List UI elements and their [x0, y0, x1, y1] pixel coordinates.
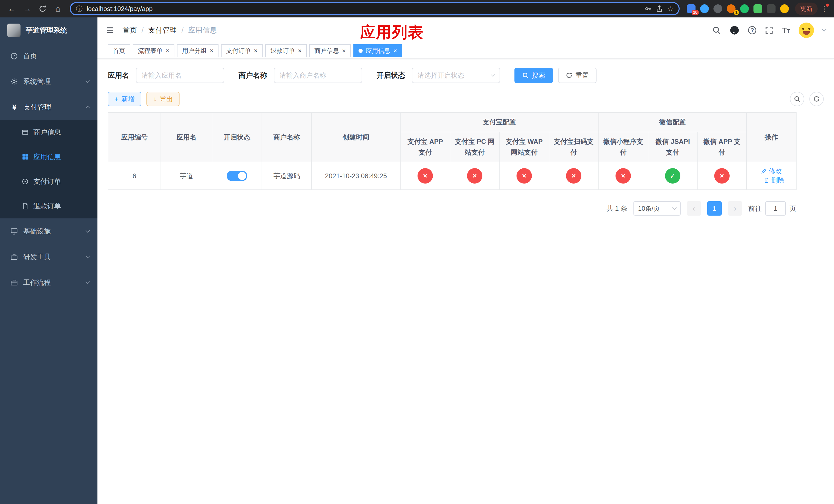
goto-page-input[interactable]: [765, 201, 786, 215]
font-size-icon[interactable]: TT: [782, 26, 790, 34]
navbar: 首页 / 支付管理 / 应用信息 应用列表: [97, 18, 834, 43]
edit-button[interactable]: 修改: [761, 167, 782, 176]
current-page-button[interactable]: 1: [707, 201, 722, 215]
col-header-alipay-app: 支付宝 APP 支付: [400, 132, 450, 162]
merchant-name-input[interactable]: [274, 68, 362, 83]
goto-page: 前往 页: [748, 201, 796, 215]
sidebar-item-system[interactable]: 系统管理: [0, 69, 97, 94]
refresh-icon: [566, 72, 572, 79]
chrome-update-button[interactable]: 更新: [795, 3, 818, 15]
status-select[interactable]: 请选择开启状态: [412, 68, 500, 83]
gear-icon: [10, 78, 18, 85]
bookmark-star-icon[interactable]: ☆: [667, 5, 674, 13]
share-icon[interactable]: [656, 5, 663, 12]
avatar-caret-icon[interactable]: [822, 27, 827, 31]
sidebar-item-pay-order[interactable]: 支付订单: [0, 169, 97, 194]
close-icon[interactable]: ×: [342, 48, 346, 54]
filter-merchant-name: 商户名称: [239, 68, 362, 83]
refresh-table-button[interactable]: [809, 92, 824, 106]
sidebar-item-app-info[interactable]: 应用信息: [0, 144, 97, 169]
next-page-button[interactable]: ›: [728, 201, 742, 215]
total-count: 共 1 条: [607, 204, 627, 213]
close-icon[interactable]: ×: [393, 48, 397, 54]
status-toggle[interactable]: [227, 171, 247, 181]
fullscreen-icon[interactable]: [765, 26, 773, 35]
forward-icon[interactable]: →: [21, 2, 34, 15]
show-search-button[interactable]: [790, 92, 804, 106]
filter-form: 应用名 商户名称 开启状态 请选择开启状态: [108, 68, 824, 83]
sidebar-toggle-icon[interactable]: [106, 26, 114, 35]
extension-icon[interactable]: [700, 4, 709, 13]
sidebar-item-merchant-info[interactable]: 商户信息: [0, 120, 97, 144]
export-button[interactable]: ↓ 导出: [147, 92, 179, 106]
extension-icon[interactable]: [714, 4, 722, 13]
sidebar-item-refund-order[interactable]: 退款订单: [0, 194, 97, 219]
close-icon[interactable]: ×: [298, 48, 302, 54]
close-icon[interactable]: ×: [166, 48, 169, 54]
sidebar-item-infra[interactable]: 基础设施: [0, 219, 97, 244]
download-icon: ↓: [153, 95, 156, 103]
sidebar-item-workflow[interactable]: 工作流程: [0, 270, 97, 295]
tab-refund-order[interactable]: 退款订单 ×: [265, 44, 307, 57]
delete-label: 删除: [771, 176, 785, 185]
app-title: 芋道管理系统: [26, 26, 67, 35]
search-icon[interactable]: [712, 26, 721, 35]
page-info-icon[interactable]: ⓘ: [76, 4, 83, 13]
sidebar-item-home[interactable]: 首页: [0, 43, 97, 69]
password-key-icon[interactable]: [644, 5, 652, 12]
delete-button[interactable]: 删除: [764, 176, 785, 185]
cell-wx-app: ×: [697, 162, 747, 190]
tags-view-bar: 首页 流程表单 × 用户分组 × 支付订单 × 退款订单 ×: [97, 43, 834, 59]
page-size-select[interactable]: 10条/页: [633, 201, 681, 215]
sidebar-item-payment[interactable]: ¥ 支付管理: [0, 94, 97, 120]
back-icon[interactable]: ←: [5, 2, 19, 15]
extension-icon[interactable]: [740, 4, 749, 13]
tab-process-form[interactable]: 流程表单 ×: [133, 44, 174, 57]
tab-merchant-info[interactable]: 商户信息 ×: [309, 44, 351, 57]
extension-icon[interactable]: [753, 4, 762, 13]
app-name-input[interactable]: [136, 68, 224, 83]
config-status-icon: ×: [615, 168, 631, 184]
cell-wx-mini: ×: [598, 162, 648, 190]
browser-menu-icon[interactable]: ⋮: [820, 5, 829, 13]
plus-icon: +: [114, 95, 118, 103]
tab-pay-order[interactable]: 支付订单 ×: [221, 44, 263, 57]
github-icon[interactable]: [730, 25, 739, 35]
cell-alipay-pc: ×: [450, 162, 499, 190]
col-header-status: 开启状态: [212, 113, 262, 162]
breadcrumb-separator: /: [141, 26, 144, 35]
tab-home[interactable]: 首页: [108, 44, 130, 57]
search-button[interactable]: 搜索: [514, 68, 553, 83]
home-icon[interactable]: ⌂: [51, 2, 65, 15]
breadcrumb-home[interactable]: 首页: [123, 25, 137, 35]
prev-page-button[interactable]: ‹: [687, 201, 701, 215]
tab-label: 流程表单: [138, 47, 162, 55]
dashboard-icon: [10, 52, 18, 60]
extension-icon[interactable]: 1: [727, 4, 736, 13]
sidebar-item-devtools[interactable]: 研发工具: [0, 244, 97, 270]
status-select-placeholder: 请选择开启状态: [418, 71, 491, 80]
extension-icon[interactable]: 10: [687, 4, 696, 13]
user-avatar[interactable]: [798, 23, 814, 38]
goto-prefix: 前往: [748, 204, 762, 213]
chevron-down-icon: [86, 228, 90, 233]
tab-label: 退款订单: [270, 47, 295, 55]
extension-icon[interactable]: [780, 4, 789, 13]
pagination: 共 1 条 10条/页 ‹ 1 › 前往 页: [108, 201, 796, 215]
sidebar-item-label: 基础设施: [23, 227, 81, 236]
reload-icon[interactable]: [36, 2, 49, 15]
tab-user-group[interactable]: 用户分组 ×: [177, 44, 219, 57]
add-button[interactable]: + 新增: [108, 92, 141, 106]
page-content: 应用名 商户名称 开启状态 请选择开启状态: [97, 59, 834, 504]
sidebar-item-label: 工作流程: [23, 278, 81, 287]
close-icon[interactable]: ×: [210, 48, 213, 54]
close-icon[interactable]: ×: [254, 48, 258, 54]
extension-icon[interactable]: [767, 4, 775, 13]
url-bar[interactable]: ⓘ localhost:1024/pay/app ☆: [70, 2, 680, 15]
breadcrumb-section[interactable]: 支付管理: [148, 25, 177, 35]
help-icon[interactable]: ?: [748, 26, 756, 35]
tab-app-info[interactable]: 应用信息 ×: [353, 44, 402, 57]
config-status-icon: ×: [566, 168, 581, 184]
reset-button[interactable]: 重置: [558, 68, 596, 83]
app-logo[interactable]: 芋道管理系统: [0, 18, 97, 43]
